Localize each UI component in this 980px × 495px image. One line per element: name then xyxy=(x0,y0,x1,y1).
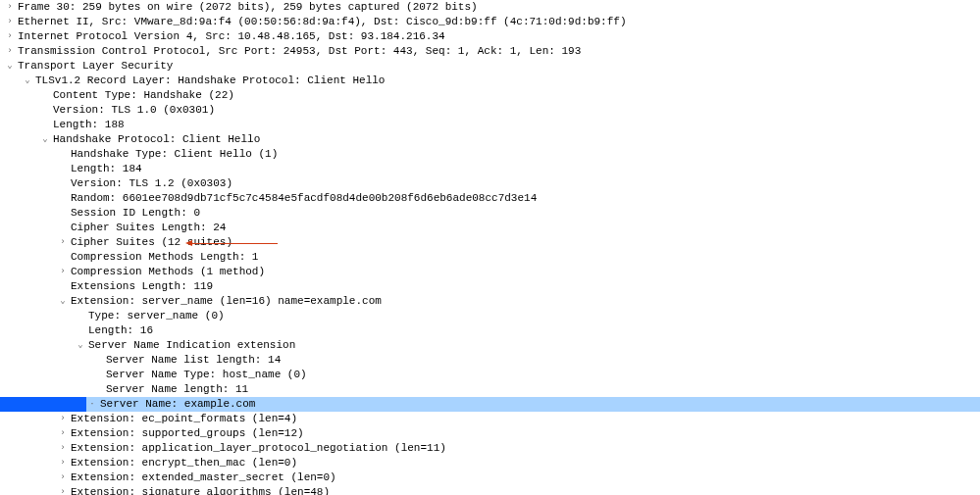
annotation-arrow xyxy=(0,0,980,495)
